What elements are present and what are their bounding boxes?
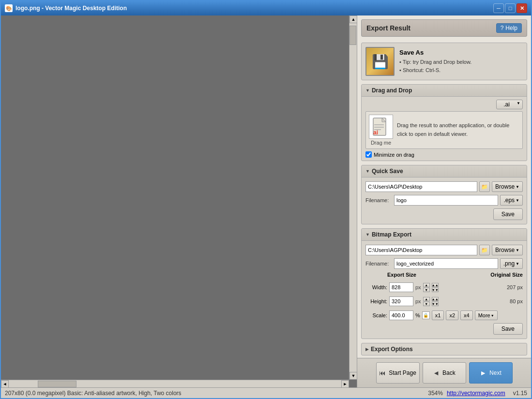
window-controls: ─ □ ✕ (493, 3, 527, 13)
help-button[interactable]: ? Help (496, 23, 522, 33)
file-svg: ai (372, 117, 390, 136)
bitmap-filename-input[interactable] (394, 258, 498, 269)
close-button[interactable]: ✕ (517, 3, 527, 13)
next-icon: ► (480, 369, 486, 377)
drag-drop-instruction: Drag the result to another application, … (397, 121, 519, 138)
quick-save-path-input[interactable] (365, 181, 477, 192)
quick-save-path-icon-button[interactable]: 📁 (479, 181, 490, 192)
browse-label: Browse (495, 183, 515, 190)
minimize-button[interactable]: ─ (493, 3, 504, 13)
next-label: Next (489, 369, 502, 376)
height-down-arrow[interactable]: ▼ (423, 302, 430, 306)
quick-save-body: 📁 Browse Filename: .eps Save (362, 177, 527, 224)
right-panel: Export Result ? Help 💾 Save As • Tip: tr… (357, 15, 531, 387)
height-row: Height: px ▲ ▼ ▲▲ ▼▼ (365, 296, 523, 306)
quick-save-header[interactable]: ▼ Quick Save (362, 165, 527, 177)
quick-save-extension-button[interactable]: .eps (500, 195, 523, 206)
original-size-header: Original Size (490, 272, 523, 278)
scale-input[interactable] (389, 310, 413, 320)
minimize-on-drag-row: Minimize on drag (365, 151, 523, 158)
width-up-arrow[interactable]: ▲ (423, 283, 430, 287)
width-double-down[interactable]: ▼▼ (432, 288, 439, 292)
quick-save-button[interactable]: Save (493, 208, 523, 220)
height-double-down[interactable]: ▼▼ (432, 302, 439, 306)
maximize-button[interactable]: □ (505, 3, 516, 13)
window-title: logo.png - Vector Magic Desktop Edition (15, 5, 493, 12)
drag-drop-arrow: ▼ (365, 88, 370, 93)
bitmap-filename-label: Filename: (365, 261, 392, 266)
height-up-arrow[interactable]: ▲ (423, 297, 430, 301)
horizontal-scrollbar[interactable]: ◄ ► (1, 380, 349, 387)
scroll-down-button[interactable]: ▼ (350, 372, 357, 380)
width-double-up[interactable]: ▲▲ (432, 283, 439, 287)
svg-text:ai: ai (373, 129, 378, 136)
drag-drop-header[interactable]: ▼ Drag and Drop (362, 85, 527, 97)
more-presets-button[interactable]: More (475, 310, 498, 320)
vertical-scrollbar[interactable]: ▲ ▼ (349, 15, 357, 380)
x2-preset-button[interactable]: x2 (446, 310, 458, 320)
bitmap-browse-label: Browse (495, 247, 515, 253)
scroll-left-button[interactable]: ◄ (1, 380, 9, 388)
export-size-header: Export Size (387, 272, 416, 278)
filename-label: Filename: (365, 197, 392, 203)
export-result-header: Export Result ? Help (361, 19, 527, 37)
drag-top-row: .ai (365, 100, 523, 109)
drag-file-icon[interactable]: ai (369, 115, 393, 139)
right-panel-scroll[interactable]: 💾 Save As • Tip: try Drag and Drop below… (357, 39, 531, 358)
width-row: Width: px ▲ ▼ ▲▲ ▼▼ (365, 282, 523, 292)
save-as-section: 💾 Save As • Tip: try Drag and Drop below… (361, 43, 527, 80)
start-page-button[interactable]: ⏮ Start Page (376, 362, 420, 384)
quick-save-filename-input[interactable] (394, 195, 498, 206)
width-down-arrow[interactable]: ▼ (423, 288, 430, 292)
drag-drop-title: Drag and Drop (372, 87, 412, 94)
scale-label: Scale: (365, 312, 387, 318)
scale-unit: % (415, 312, 420, 318)
status-link[interactable]: http://vectormagic.com (447, 390, 505, 397)
back-button[interactable]: ◄ Back (423, 362, 466, 384)
scroll-thumb-horizontal[interactable] (38, 381, 76, 387)
scroll-thumb-vertical[interactable] (350, 26, 356, 45)
scroll-track-horizontal[interactable] (9, 380, 341, 387)
width-input[interactable] (389, 282, 413, 292)
drag-me-label: Drag me (371, 140, 391, 146)
x1-preset-button[interactable]: x1 (432, 310, 444, 320)
quick-save-browse-button[interactable]: Browse (492, 181, 523, 192)
lock-button[interactable]: 🔒 (422, 311, 430, 319)
bitmap-extension-button[interactable]: .png (500, 258, 523, 269)
drag-drop-box: ai Drag me Drag the result to another ap… (365, 111, 523, 149)
bitmap-path-icon-button[interactable]: 📁 (479, 245, 490, 255)
save-as-tip1: • Tip: try Drag and Drop below. (399, 58, 523, 66)
minimize-on-drag-checkbox[interactable] (365, 151, 372, 158)
status-zoom: 354% (428, 390, 443, 397)
format-select-button[interactable]: .ai (496, 100, 523, 109)
quick-save-title: Quick Save (372, 168, 403, 175)
next-button[interactable]: ► Next (469, 362, 513, 384)
drag-drop-body: .ai (362, 97, 527, 161)
format-value: .ai (503, 101, 510, 108)
height-arrows: ▲ ▼ (423, 297, 430, 306)
scroll-up-button[interactable]: ▲ (350, 15, 357, 23)
export-options-section: ▶ Export Options (361, 343, 527, 355)
height-double-up[interactable]: ▲▲ (432, 297, 439, 301)
bitmap-browse-button[interactable]: Browse (492, 245, 523, 255)
export-options-header[interactable]: ▶ Export Options (362, 343, 527, 355)
scroll-right-button[interactable]: ► (341, 380, 349, 388)
x4-preset-button[interactable]: x4 (460, 310, 473, 320)
title-bar: 🎨 logo.png - Vector Magic Desktop Editio… (1, 1, 531, 15)
back-icon: ◄ (433, 369, 440, 377)
help-icon: ? (501, 25, 504, 31)
bitmap-path-row: 📁 Browse (365, 245, 523, 255)
bitmap-export-header[interactable]: ▼ Bitmap Export (362, 229, 527, 241)
height-label: Height: (365, 298, 387, 304)
size-header-row: Export Size Original Size (365, 272, 523, 278)
bitmap-path-input[interactable] (365, 245, 477, 255)
height-input[interactable] (389, 296, 413, 306)
export-options-title: Export Options (371, 346, 413, 353)
save-as-tip2: • Shortcut: Ctrl-S. (399, 66, 523, 74)
bitmap-save-button[interactable]: Save (493, 323, 523, 335)
bitmap-export-title: Bitmap Export (372, 231, 411, 238)
app-icon: 🎨 (5, 4, 13, 12)
export-options-arrow: ▶ (365, 347, 369, 352)
help-label: Help (505, 25, 517, 31)
scroll-track-vertical[interactable] (350, 23, 357, 372)
